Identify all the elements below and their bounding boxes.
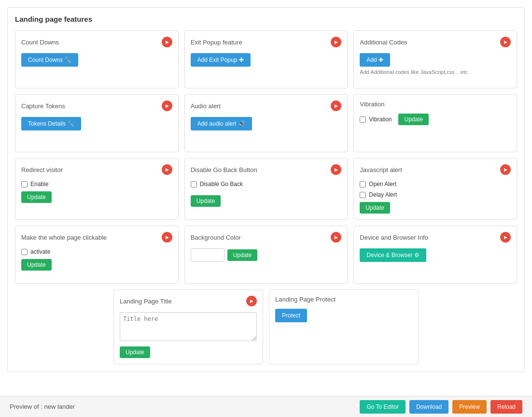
device-browser-info-play-icon[interactable]	[500, 232, 511, 243]
device-browser-button[interactable]: Device & Browser ⚙	[360, 248, 426, 262]
redirect-visitor-title: Redirect visitor	[21, 166, 63, 173]
additional-codes-title: Additional Codes	[360, 39, 407, 46]
disable-go-back-update-button[interactable]: Update	[191, 195, 221, 207]
redirect-visitor-play-icon[interactable]	[162, 164, 172, 175]
count-downs-button[interactable]: Count Downs 🔧	[21, 53, 78, 67]
make-page-clickable-update-button[interactable]: Update	[21, 259, 52, 271]
download-button[interactable]: Download	[409, 400, 448, 414]
disable-go-back-play-icon[interactable]	[331, 164, 341, 175]
reload-button[interactable]: Reload	[490, 400, 522, 414]
vibration-title: Vibration	[360, 101, 384, 108]
make-page-clickable-title: Make the whole page clickable	[21, 234, 107, 241]
redirect-visitor-card: Redirect visitor Enable Update	[15, 158, 179, 220]
tokens-details-button[interactable]: Tokens Details 🔧	[21, 117, 81, 130]
make-page-clickable-card: Make the whole page clickable activate U…	[15, 226, 179, 284]
capture-tokens-card: Capture Tokens Tokens Details 🔧	[15, 94, 179, 152]
enable-label: Enable	[30, 181, 48, 187]
redirect-update-button[interactable]: Update	[21, 191, 52, 203]
add-codes-button[interactable]: Add ✚	[360, 53, 390, 67]
background-color-play-icon[interactable]	[331, 232, 341, 243]
javascript-alert-title: Javascript alert	[360, 166, 402, 173]
audio-alert-play-icon[interactable]	[331, 101, 341, 111]
add-exit-popup-button[interactable]: Add Exit Popup ✚	[191, 53, 251, 67]
count-downs-card: Count Downs Count Downs 🔧	[15, 30, 179, 88]
device-browser-info-title: Device and Browser Info	[360, 234, 428, 241]
exit-popup-title: Exit Popup feature	[191, 39, 242, 46]
footer-buttons: Go To Editor Download Preview Reload	[360, 400, 522, 414]
device-browser-info-card: Device and Browser Info Device & Browser…	[353, 226, 517, 284]
audio-alert-title: Audio alert	[191, 102, 221, 110]
background-color-title: Background Color	[191, 234, 241, 241]
additional-codes-subtext: Add Additional codes like JavaScript,css…	[360, 69, 511, 75]
vibration-update-button[interactable]: Update	[398, 114, 429, 125]
exit-popup-card: Exit Popup feature Add Exit Popup ✚	[184, 30, 348, 88]
preview-button[interactable]: Preview	[452, 400, 487, 414]
count-downs-play-icon[interactable]	[162, 37, 172, 47]
landing-page-title-textarea[interactable]	[120, 312, 257, 341]
javascript-alert-play-icon[interactable]	[500, 164, 511, 175]
add-audio-alert-button[interactable]: Add audio alert 🔊	[191, 117, 252, 130]
landing-page-title-update-button[interactable]: Update	[120, 346, 150, 358]
landing-page-title-play-icon[interactable]	[246, 296, 257, 306]
footer-preview-text: Preview of : new lander	[10, 403, 75, 410]
vibration-checkbox-label: Vibration	[369, 116, 392, 123]
landing-page-title-card: Landing Page Title Update	[113, 289, 263, 364]
bottom-section: Landing Page Title Update Landing Page P…	[15, 289, 517, 364]
landing-page-title-label: Landing Page Title	[120, 298, 172, 305]
disable-go-back-title: Disable Go Back Button	[191, 166, 257, 173]
go-to-editor-button[interactable]: Go To Editor	[360, 400, 405, 414]
additional-codes-play-icon[interactable]	[500, 37, 511, 47]
capture-tokens-title: Capture Tokens	[21, 102, 65, 110]
make-page-clickable-play-icon[interactable]	[162, 232, 172, 243]
delay-alert-checkbox[interactable]	[360, 192, 366, 198]
exit-popup-play-icon[interactable]	[331, 37, 341, 47]
audio-alert-card: Audio alert Add audio alert 🔊	[184, 94, 348, 152]
background-color-update-button[interactable]: Update	[227, 249, 258, 261]
additional-codes-card: Additional Codes Add ✚ Add Additional co…	[353, 30, 517, 88]
count-downs-title: Count Downs	[21, 39, 59, 46]
enable-checkbox[interactable]	[21, 181, 28, 187]
delay-alert-label: Delay Alert	[369, 191, 397, 198]
capture-tokens-play-icon[interactable]	[162, 101, 172, 111]
open-alert-checkbox[interactable]	[360, 181, 366, 187]
vibration-card: Vibration Vibration Update	[353, 94, 517, 152]
javascript-alert-update-button[interactable]: Update	[360, 202, 390, 214]
footer-bar: Preview of : new lander Go To Editor Dow…	[0, 396, 532, 417]
activate-checkbox[interactable]	[21, 249, 28, 255]
disable-go-back-card: Disable Go Back Button Disable Go Back U…	[184, 158, 348, 220]
page-title: Landing page features	[15, 15, 517, 23]
background-color-input[interactable]	[191, 248, 224, 262]
javascript-alert-card: Javascript alert Open Alert Delay Alert …	[353, 158, 517, 220]
disable-go-back-checkbox[interactable]	[191, 181, 197, 187]
disable-go-back-label: Disable Go Back	[200, 181, 243, 187]
background-color-card: Background Color Update	[184, 226, 348, 284]
landing-page-protect-card: Landing Page Protect Protect	[269, 289, 419, 364]
features-grid: Count Downs Count Downs 🔧 Exit Popup fea…	[15, 30, 517, 284]
protect-button[interactable]: Protect	[275, 309, 307, 322]
vibration-checkbox[interactable]	[360, 116, 366, 123]
open-alert-label: Open Alert	[369, 181, 396, 187]
landing-page-protect-title: Landing Page Protect	[275, 296, 336, 303]
activate-label: activate	[30, 248, 50, 255]
